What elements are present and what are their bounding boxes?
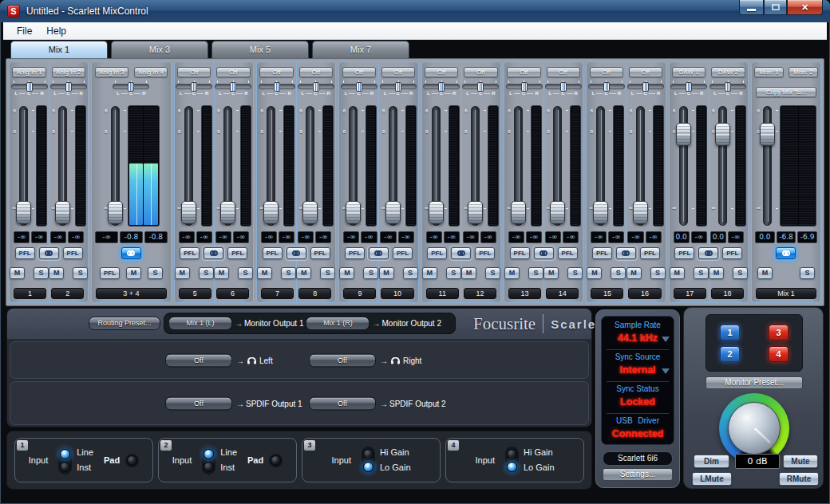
pan-handle[interactable] [642, 82, 649, 92]
fader-handle[interactable] [220, 201, 235, 224]
pfl-button[interactable]: PFL [674, 247, 694, 259]
pfl-button[interactable]: PFL [475, 247, 495, 259]
monitor-output-button[interactable]: 4 [769, 346, 788, 362]
channel-source-button[interactable]: Off [507, 67, 540, 77]
left-mute-button[interactable]: LMute [692, 472, 732, 486]
monitor-output-button[interactable]: 1 [720, 325, 740, 341]
stereo-link-button[interactable] [204, 247, 223, 259]
close-button[interactable]: ✕ [787, 0, 823, 15]
pfl-button[interactable]: PFL [227, 247, 247, 259]
tab-mix-1[interactable]: Mix 1 [10, 41, 108, 58]
pan-handle[interactable] [725, 82, 731, 92]
fader-handle[interactable] [108, 201, 123, 224]
channel-source-button[interactable]: Off [381, 67, 415, 77]
monitor-output-button[interactable]: 3 [769, 325, 788, 341]
monitor-select-button[interactable]: Mon. 2 [788, 67, 818, 77]
pfl-button[interactable]: PFL [15, 247, 35, 259]
tab-mix-7[interactable]: Mix 7 [312, 41, 409, 58]
pan-handle[interactable] [686, 82, 692, 92]
pfl-button[interactable]: PFL [180, 247, 200, 259]
channel-source-button[interactable]: Off [425, 67, 458, 77]
fader-handle[interactable] [346, 201, 361, 224]
titlebar[interactable]: S Untitled - Scarlett MixControl ✕ [0, 0, 830, 22]
stereo-link-button[interactable] [776, 247, 796, 259]
pfl-button[interactable]: PFL [393, 247, 413, 259]
fader-handle[interactable] [16, 201, 31, 224]
solo-button[interactable]: S [73, 267, 88, 279]
mute-button[interactable]: M [257, 267, 272, 279]
solo-button[interactable]: S [34, 267, 49, 279]
fader-handle[interactable] [593, 201, 608, 224]
pan-handle[interactable] [521, 82, 528, 92]
pan-handle[interactable] [356, 82, 362, 92]
mute-button[interactable]: M [379, 267, 394, 279]
mute-button[interactable]: Mute [783, 455, 818, 468]
dim-button[interactable]: Dim [694, 455, 729, 468]
stereo-link-button[interactable] [534, 247, 554, 259]
mute-button[interactable]: M [339, 267, 354, 279]
fader-handle[interactable] [55, 201, 70, 224]
pfl-button[interactable]: PFL [310, 247, 330, 259]
channel-source-button[interactable]: Anlg In 1 [12, 67, 45, 77]
stereo-link-button[interactable] [39, 247, 59, 259]
pan-handle[interactable] [395, 82, 401, 92]
sync-source-selector[interactable]: Internal [602, 364, 674, 379]
radio-led[interactable] [204, 449, 214, 459]
spdif-1-source-button[interactable]: Off [165, 396, 232, 410]
tab-mix-3[interactable]: Mix 3 [111, 41, 208, 58]
menu-help[interactable]: Help [39, 24, 73, 38]
stereo-link-button[interactable] [369, 247, 389, 259]
channel-source-button[interactable]: Off [590, 67, 623, 77]
channel-source-button[interactable]: Anlg In 2 [52, 67, 85, 77]
fader-handle[interactable] [760, 123, 775, 146]
stereo-link-button[interactable] [121, 247, 141, 259]
radio-led[interactable] [507, 462, 517, 472]
mute-button[interactable]: M [757, 267, 773, 279]
channel-source-button[interactable]: Off [216, 67, 250, 77]
mute-button[interactable]: M [214, 267, 229, 279]
pan-handle[interactable] [438, 82, 445, 92]
solo-button[interactable]: S [446, 267, 461, 279]
sample-rate-dropdown-icon[interactable] [662, 337, 670, 342]
pad-led[interactable] [127, 455, 137, 466]
pfl-button[interactable]: PFL [263, 247, 283, 259]
channel-source-button[interactable]: Off [547, 67, 580, 77]
spdif-2-source-button[interactable]: Off [309, 396, 376, 410]
pfl-button[interactable]: PFL [558, 247, 578, 259]
channel-source-button[interactable]: Off [299, 67, 333, 77]
maximize-button[interactable] [764, 0, 787, 15]
fader-handle[interactable] [429, 201, 444, 224]
solo-button[interactable]: S [650, 267, 666, 279]
stereo-link-button[interactable] [451, 247, 471, 259]
mute-button[interactable]: M [10, 267, 25, 279]
pan-handle[interactable] [230, 82, 236, 92]
fader-handle[interactable] [468, 201, 483, 224]
settings-button[interactable]: Settings... [603, 468, 673, 481]
fader-handle[interactable] [633, 201, 648, 224]
mute-button[interactable]: M [461, 267, 476, 279]
solo-button[interactable]: S [528, 267, 543, 279]
stereo-link-button[interactable] [616, 247, 636, 259]
fader-handle[interactable] [385, 201, 401, 224]
pan-handle[interactable] [603, 82, 610, 92]
radio-led[interactable] [60, 449, 70, 459]
fader-handle[interactable] [550, 201, 565, 224]
monitor-select-button[interactable]: Mon. 1 [754, 67, 784, 77]
channel-source-button[interactable]: DAW 1 [672, 67, 706, 77]
solo-button[interactable]: S [363, 267, 378, 279]
solo-button[interactable]: S [694, 267, 709, 279]
channel-source-button[interactable]: DAW 2 [711, 67, 745, 77]
pan-handle[interactable] [128, 82, 134, 92]
radio-led[interactable] [363, 449, 374, 459]
mute-button[interactable]: M [587, 267, 602, 279]
headphone-right-source-button[interactable]: Off [309, 353, 376, 367]
pfl-button[interactable]: PFL [510, 247, 530, 259]
mute-button[interactable]: M [422, 267, 437, 279]
mute-button[interactable]: M [626, 267, 642, 279]
pan-handle[interactable] [477, 82, 484, 92]
minimize-button[interactable] [739, 0, 764, 15]
mute-button[interactable]: M [670, 267, 685, 279]
right-mute-button[interactable]: RMute [779, 472, 819, 486]
pfl-button[interactable]: PFL [640, 247, 660, 259]
radio-led[interactable] [60, 462, 70, 472]
